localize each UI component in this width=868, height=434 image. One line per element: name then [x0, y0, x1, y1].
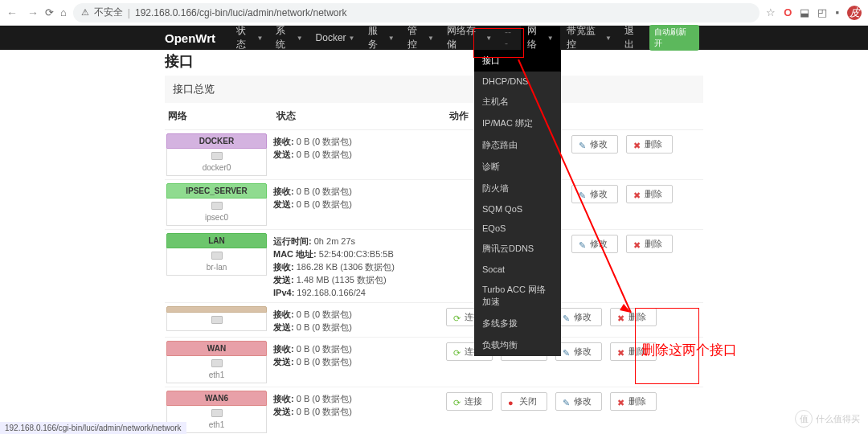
address-bar[interactable]: ⚠ 不安全 | 192.168.0.166/cgi-bin/luci/admin…	[73, 3, 760, 23]
watermark: 值 什么值得买	[795, 410, 860, 428]
edit-button[interactable]: ✎修改	[555, 342, 602, 361]
interface-status: 接收: 0 B (0 数据包)发送: 0 B (0 数据包)	[273, 133, 446, 161]
interface-status: 接收: 0 B (0 数据包)发送: 0 B (0 数据包)	[273, 341, 446, 368]
delete-button[interactable]: ✖删除	[626, 185, 673, 203]
delete-icon: ✖	[633, 141, 641, 149]
edit-button[interactable]: ✎修改	[571, 185, 618, 203]
url-text: 192.168.0.166/cgi-bin/luci/admin/network…	[135, 7, 346, 18]
nav-bandwidth[interactable]: 带宽监控▼	[560, 26, 618, 50]
insecure-label: 不安全	[94, 6, 123, 19]
dropdown-item[interactable]: DHCP/DNS	[474, 72, 561, 91]
interface-name: IPSEC_SERVER	[166, 183, 267, 199]
edit-icon: ✎	[579, 141, 587, 149]
dropdown-item[interactable]: 负载均衡	[474, 334, 561, 356]
dropdown-item[interactable]: IP/MAC 绑定	[474, 113, 561, 134]
dropdown-item[interactable]: 接口	[474, 50, 561, 72]
delete-button[interactable]: ✖删除	[610, 392, 657, 411]
dropdown-item[interactable]: Socat	[474, 260, 561, 279]
forward-icon[interactable]: →	[27, 6, 39, 19]
network-dropdown: 接口DHCP/DNS主机名IP/MAC 绑定静态路由诊断防火墙SQM QoSEQ…	[474, 50, 561, 356]
edit-button[interactable]: ✎修改	[555, 308, 602, 326]
table-header-row: 网络 状态 动作	[165, 103, 703, 130]
interface-icon	[211, 252, 223, 260]
bookmark-icon[interactable]: ☆	[766, 6, 776, 18]
interface-name	[166, 306, 267, 313]
interface-device: ipsec0	[205, 213, 228, 222]
dropdown-item[interactable]: 防火墙	[474, 178, 561, 199]
status-bar-url: 192.168.0.166/cgi-bin/luci/admin/network…	[0, 422, 186, 434]
delete-button[interactable]: ✖删除	[626, 135, 673, 154]
insecure-icon: ⚠	[81, 7, 89, 18]
connect-icon: ⟳	[453, 348, 461, 356]
interface-status: 接收: 0 B (0 数据包)发送: 0 B (0 数据包)	[273, 306, 446, 334]
edit-icon: ✎	[579, 190, 587, 199]
edit-button[interactable]: ✎修改	[571, 235, 618, 253]
dropdown-item[interactable]: 腾讯云DDNS	[474, 238, 561, 260]
nav-docker[interactable]: Docker▼	[309, 26, 362, 50]
profile-avatar[interactable]: 皮	[847, 6, 862, 20]
nav-sep: ---	[498, 26, 520, 50]
interface-icon	[211, 152, 223, 160]
edit-button[interactable]: ✎修改	[571, 135, 618, 154]
interface-row: DOCKERdocker0接收: 0 B (0 数据包)发送: 0 B (0 数…	[165, 130, 703, 180]
refresh-icon[interactable]: ⟳	[45, 6, 54, 18]
interface-icon	[211, 316, 223, 324]
col-network: 网络	[168, 109, 276, 123]
interface-name: WAN6	[166, 391, 267, 406]
interface-device: br-lan	[207, 263, 227, 272]
interface-device: docker0	[203, 163, 231, 172]
nav-status[interactable]: 状态▼	[230, 26, 269, 50]
dropdown-item[interactable]: 诊断	[474, 156, 561, 178]
edit-icon: ✎	[563, 348, 571, 356]
connect-icon: ⟳	[453, 313, 461, 321]
dropdown-item[interactable]: EQoS	[474, 219, 561, 238]
home-icon[interactable]: ⌂	[60, 6, 67, 18]
dropdown-item[interactable]: 静态路由	[474, 134, 561, 156]
delete-icon: ✖	[633, 240, 641, 248]
dropdown-item[interactable]: Turbo ACC 网络加速	[474, 279, 561, 313]
delete-button[interactable]: ✖删除	[610, 308, 657, 326]
delete-button[interactable]: ✖删除	[626, 235, 673, 253]
delete-icon: ✖	[617, 398, 625, 406]
dropdown-item[interactable]: 多线多拨	[474, 313, 561, 334]
delete-icon: ✖	[617, 348, 625, 356]
main-navbar: OpenWrt 状态▼ 系统▼ Docker▼ 服务▼ 管控▼ 网络存储▼ --…	[0, 26, 868, 50]
brand-logo[interactable]: OpenWrt	[165, 31, 215, 45]
interface-icon	[211, 409, 223, 417]
auto-refresh-badge[interactable]: 自动刷新 开	[649, 25, 699, 51]
stop-icon: ●	[508, 398, 516, 406]
section-title: 接口总览	[165, 76, 703, 103]
browser-ext-icon[interactable]: O	[784, 6, 792, 18]
stop-button[interactable]: ●关闭	[501, 392, 547, 411]
interface-row: IPSEC_SERVERipsec0接收: 0 B (0 数据包)发送: 0 B…	[165, 180, 703, 230]
page-title: 接口	[165, 50, 703, 72]
block-icon[interactable]: ▪	[835, 6, 839, 18]
annotation-text: 删除这两个接口	[641, 341, 737, 359]
edit-button[interactable]: ✎修改	[555, 392, 602, 411]
interface-device: eth1	[209, 420, 224, 429]
nav-system[interactable]: 系统▼	[269, 26, 309, 50]
dropdown-item[interactable]: SQM QoS	[474, 199, 561, 219]
nav-network[interactable]: 网络▼	[521, 26, 560, 50]
delete-icon: ✖	[617, 313, 625, 321]
nav-services[interactable]: 服务▼	[362, 26, 401, 50]
back-icon[interactable]: ←	[6, 6, 18, 19]
interface-row: LANbr-lan运行时间: 0h 2m 27sMAC 地址: 52:54:00…	[165, 230, 703, 303]
delete-icon: ✖	[633, 190, 641, 199]
download-icon[interactable]: ⬓	[800, 6, 809, 18]
edit-icon: ✎	[579, 240, 587, 248]
ext-icon[interactable]: ◰	[817, 6, 827, 18]
interface-icon	[211, 359, 223, 367]
edit-icon: ✎	[563, 398, 571, 406]
interface-row: WAN6eth1接收: 0 B (0 数据包)发送: 0 B (0 数据包)⟳连…	[165, 387, 703, 434]
dropdown-item[interactable]: 主机名	[474, 91, 561, 113]
nav-nas[interactable]: 网络存储▼	[440, 26, 498, 50]
browser-toolbar: ← → ⟳ ⌂ ⚠ 不安全 | 192.168.0.166/cgi-bin/lu…	[0, 0, 868, 26]
watermark-icon: 值	[795, 410, 813, 428]
nav-control[interactable]: 管控▼	[401, 26, 440, 50]
interface-device: eth1	[209, 371, 224, 379]
connect-button[interactable]: ⟳连接	[446, 392, 493, 411]
interface-name: WAN	[166, 341, 267, 356]
nav-logout[interactable]: 退出	[618, 26, 649, 50]
interface-name: DOCKER	[166, 133, 267, 149]
